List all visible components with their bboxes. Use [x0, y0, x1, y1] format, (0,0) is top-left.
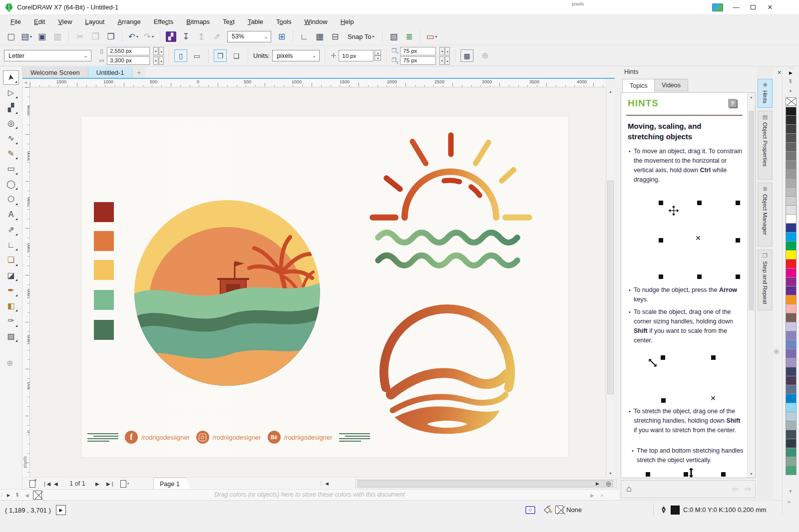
palette-color[interactable] — [786, 143, 797, 152]
duplicate-x-spinner[interactable]: ▾▴ — [439, 47, 450, 55]
palette-color[interactable] — [786, 152, 797, 161]
page-width-spinner[interactable]: ▾▴ — [153, 47, 164, 55]
hints-close-icon[interactable]: ✕ — [777, 69, 782, 76]
design-swatch[interactable] — [94, 202, 114, 222]
palette-color[interactable] — [786, 385, 797, 394]
palette-flyout-icon[interactable]: ▶ — [789, 70, 793, 75]
palette-color[interactable] — [786, 403, 797, 412]
show-rulers-button[interactable]: ∟ — [297, 30, 311, 43]
hints-forward-icon[interactable]: ⇨ — [745, 485, 752, 494]
treat-as-filled-button[interactable]: ▩ — [460, 49, 473, 62]
interactive-fill-tool[interactable]: ▨ — [3, 329, 19, 343]
color-proof-icon[interactable] — [525, 506, 535, 514]
palette-color[interactable] — [786, 206, 797, 215]
scroll-down-icon[interactable]: ▼ — [606, 469, 615, 477]
connector-tool[interactable]: ∟ — [3, 238, 19, 252]
freehand-tool[interactable]: ∿ — [3, 131, 19, 146]
palette-color[interactable] — [786, 376, 797, 385]
shape-tool[interactable]: ▷ — [3, 85, 19, 100]
hscroll-left-icon[interactable]: ◀ — [325, 479, 329, 488]
nudge-field[interactable]: 10 px — [339, 50, 374, 61]
horizontal-scrollbar[interactable] — [355, 479, 617, 488]
palette-scroll-up-icon[interactable]: ▲ — [789, 88, 793, 93]
palette-color[interactable] — [786, 197, 797, 206]
fullscreen-preview-button[interactable]: ⊞ — [275, 30, 289, 43]
hints-scroll-down-icon[interactable]: ▼ — [748, 470, 755, 478]
palette-color[interactable] — [786, 331, 797, 340]
tab-topics[interactable]: Topics — [622, 79, 655, 92]
menu-bitmaps[interactable]: Bitmaps — [180, 18, 216, 25]
ellipse-tool[interactable]: ◯ — [3, 177, 19, 191]
portrait-button[interactable]: ▯ — [174, 49, 187, 62]
tab-welcome-screen[interactable]: Welcome Screen — [22, 67, 88, 78]
add-page-before-button[interactable] — [29, 479, 35, 488]
show-guidelines-button[interactable]: ⊟ — [328, 30, 342, 43]
maximize-button[interactable] — [745, 0, 761, 14]
duplicate-x-field[interactable]: 75 px — [400, 47, 436, 55]
artistic-media-tool[interactable]: ✎ — [3, 146, 19, 161]
menu-help[interactable]: Help — [334, 18, 361, 25]
palette-color[interactable] — [786, 251, 797, 260]
coordinates-flyout-button[interactable]: ▶ — [56, 505, 66, 515]
palette-color[interactable] — [786, 170, 797, 179]
duplicate-y-spinner[interactable]: ▾▴ — [439, 56, 450, 65]
zoom-tool[interactable]: ◎ — [3, 116, 19, 130]
tab-untitled-1[interactable]: Untitled-1 — [88, 67, 133, 78]
design-swatch[interactable] — [94, 231, 114, 251]
last-page-button[interactable]: ▶❘ — [106, 479, 114, 488]
palette-color[interactable] — [786, 367, 797, 376]
dimension-tool[interactable]: ⇗ — [3, 223, 19, 237]
crop-tool[interactable]: ▞ — [3, 101, 19, 115]
palette-color[interactable] — [786, 268, 797, 277]
paper-type-select[interactable]: Letter⌄ — [4, 50, 91, 61]
palette-color[interactable] — [786, 260, 797, 268]
docpalette-scroll-right-icon[interactable]: ▶ — [590, 491, 594, 500]
vertical-ruler[interactable]: 3500300025002000150010005000 — [22, 87, 30, 477]
palette-color[interactable] — [786, 439, 797, 448]
open-button[interactable]: ▤▾ — [19, 30, 33, 43]
menu-effects[interactable]: Effects — [147, 18, 180, 25]
palette-color[interactable] — [786, 286, 797, 295]
first-page-button[interactable]: ❘◀ — [42, 479, 50, 488]
scroll-up-icon[interactable]: ▲ — [606, 87, 615, 95]
menu-tools[interactable]: Tools — [270, 18, 298, 25]
palette-color[interactable] — [786, 340, 797, 349]
menu-layout[interactable]: Layout — [78, 18, 111, 25]
wave-sphere-logo[interactable] — [376, 301, 518, 444]
palette-color[interactable] — [786, 125, 797, 134]
palette-color[interactable] — [786, 304, 797, 313]
menu-file[interactable]: File — [4, 18, 27, 25]
palette-color[interactable] — [786, 394, 797, 403]
vertical-scrollbar-thumb[interactable] — [607, 181, 614, 394]
drop-shadow-tool[interactable]: ◪ — [3, 268, 19, 282]
menu-edit[interactable]: Edit — [27, 18, 51, 25]
app-launcher-button[interactable]: ▭▾ — [424, 30, 438, 43]
welcome-launcher-button[interactable]: ≣ — [402, 30, 416, 43]
docker-tab-object-manager[interactable]: ≣Object Manager — [758, 183, 773, 247]
nudge-spinner[interactable]: ▴▾ — [375, 50, 381, 61]
help-icon[interactable]: ? — [728, 99, 737, 107]
palette-color[interactable] — [786, 116, 797, 125]
hints-back-icon[interactable]: ⇦ — [732, 485, 739, 494]
zoom-level-select[interactable]: 53%⌄ — [227, 31, 271, 42]
palette-color[interactable] — [786, 277, 797, 286]
palette-grip-icon[interactable]: ⋯ — [789, 65, 794, 70]
zoom-fit-icon[interactable]: ◎ — [606, 479, 611, 488]
docker-tab-object-properties[interactable]: ▤Object Properties — [758, 111, 773, 180]
all-pages-button[interactable]: ❐ — [214, 49, 227, 62]
docker-tab-step-and-repeat[interactable]: ❒Step and Repeat — [758, 250, 773, 310]
polygon-tool[interactable]: ⬡ — [3, 192, 19, 207]
color-eyedropper-tool[interactable]: ✒ — [3, 283, 19, 298]
new-document-tab-button[interactable]: + — [132, 67, 145, 78]
palette-color[interactable] — [786, 358, 797, 367]
palette-color[interactable] — [786, 161, 797, 170]
document-page[interactable]: f/rodrigodesiigner/rodriigodesignerBē/ro… — [81, 116, 568, 457]
hints-scrollbar[interactable]: ▲ ▼ — [747, 93, 755, 478]
palette-expand-icon[interactable]: » — [788, 499, 791, 505]
design-swatch[interactable] — [94, 290, 114, 310]
next-page-button[interactable]: ▶ — [95, 479, 99, 488]
text-tool[interactable]: A — [3, 207, 19, 222]
undo-button[interactable]: ↶▾ — [126, 30, 140, 43]
add-page-after-button[interactable]: + — [120, 479, 129, 488]
horizontal-ruler[interactable]: 1500100050005001000150020002500300035004… — [30, 79, 606, 87]
